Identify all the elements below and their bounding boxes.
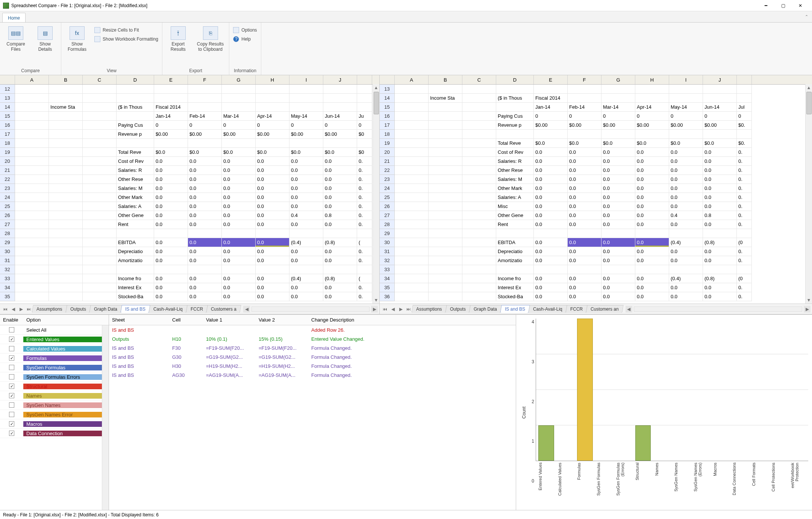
cell-D26[interactable]: Other Gene [117, 211, 154, 220]
cell-D32[interactable] [117, 265, 154, 274]
cell-A13[interactable] [395, 85, 429, 94]
cell-H21[interactable]: 0.0 [256, 166, 289, 175]
cell-C21[interactable] [83, 166, 117, 175]
cell-A24[interactable] [15, 193, 49, 202]
cell-K34[interactable]: (0 [737, 274, 752, 283]
diff-body[interactable]: IS and BS Added Row 26. Outputs H10 10% … [109, 325, 516, 510]
cell-B33[interactable] [49, 274, 83, 283]
cell-B27[interactable] [49, 220, 83, 229]
horizontal-scrollbar[interactable]: ◀▶ [243, 306, 378, 313]
cell-C21[interactable] [462, 157, 496, 166]
cell-A15[interactable] [395, 103, 429, 112]
cell-D19[interactable]: Total Reve [117, 148, 154, 157]
cell-H25[interactable]: 0.0 [635, 193, 669, 202]
cell-K24[interactable]: 0. [357, 193, 372, 202]
cell-A13[interactable] [15, 94, 49, 103]
cell-G27[interactable]: 0.0 [601, 211, 635, 220]
row-header-36[interactable]: 36 [380, 292, 395, 301]
cell-F16[interactable]: 0 [568, 112, 601, 121]
cell-E17[interactable]: $0.00 [534, 121, 568, 130]
cell-K33[interactable]: ( [357, 274, 372, 283]
cell-E19[interactable]: $0.0 [154, 148, 188, 157]
cell-C24[interactable] [462, 184, 496, 193]
cell-I26[interactable]: 0.4 [289, 211, 323, 220]
option-row[interactable]: Calculated Values [0, 344, 109, 354]
cell-I28[interactable]: 0.0 [669, 220, 703, 229]
cell-A35[interactable] [15, 292, 49, 301]
col-header-C[interactable]: C [462, 75, 496, 84]
row-header-15[interactable]: 15 [0, 112, 15, 121]
cell-J20[interactable]: 0.0 [323, 157, 357, 166]
col-header-partial[interactable] [737, 75, 752, 84]
cell-K36[interactable]: 0. [737, 292, 752, 301]
cell-J19[interactable]: $0.0 [323, 148, 357, 157]
col-header-F[interactable]: F [568, 75, 601, 84]
cell-K16[interactable]: 0 [357, 121, 372, 130]
cell-H24[interactable]: 0.0 [256, 193, 289, 202]
cell-D13[interactable] [117, 94, 154, 103]
sheet-tab[interactable]: FCCR [565, 305, 588, 313]
cell-B15[interactable] [429, 103, 462, 112]
row-header-14[interactable]: 14 [0, 103, 15, 112]
diff-row[interactable]: IS and BS F30 =F19-SUM(F20... =F19-SUM(F… [109, 343, 516, 352]
cell-J23[interactable]: 0.0 [703, 175, 737, 184]
cell-H20[interactable]: 0.0 [635, 148, 669, 157]
row-header-13[interactable]: 13 [380, 85, 395, 94]
cell-K28[interactable]: 0. [737, 220, 752, 229]
row-header-15[interactable]: 15 [380, 103, 395, 112]
cell-E21[interactable]: 0.0 [154, 166, 188, 175]
cell-D27[interactable]: Rent [117, 220, 154, 229]
cell-E16[interactable]: 0 [154, 121, 188, 130]
cell-B29[interactable] [429, 229, 462, 238]
cell-K22[interactable]: 0. [737, 166, 752, 175]
cell-C34[interactable] [83, 283, 117, 292]
cell-G33[interactable] [601, 265, 635, 274]
cell-H21[interactable]: 0.0 [635, 157, 669, 166]
cell-J26[interactable]: 0.8 [323, 211, 357, 220]
cell-K20[interactable]: 0. [357, 157, 372, 166]
diff-row[interactable]: IS and BS G30 =G19-SUM(G2... =G19-SUM(G2… [109, 352, 516, 361]
cell-I13[interactable] [289, 94, 323, 103]
cell-I26[interactable]: 0.0 [669, 202, 703, 211]
cell-H23[interactable]: 0.0 [635, 175, 669, 184]
sheet-tab[interactable]: Customers an [586, 305, 623, 313]
cell-I24[interactable]: 0.0 [289, 193, 323, 202]
cell-C30[interactable] [83, 247, 117, 256]
cell-H25[interactable]: 0.0 [256, 202, 289, 211]
col-header-D[interactable]: D [117, 75, 154, 84]
cell-A34[interactable] [395, 274, 429, 283]
cell-K35[interactable]: 0. [357, 292, 372, 301]
cell-J22[interactable]: 0.0 [323, 175, 357, 184]
cell-A29[interactable] [395, 229, 429, 238]
cell-B22[interactable] [49, 175, 83, 184]
cell-D20[interactable]: Cost of Rev [117, 157, 154, 166]
cell-I29[interactable]: (0.4) [289, 238, 323, 247]
cell-D34[interactable]: Income fro [496, 274, 534, 283]
cell-H34[interactable]: 0.0 [635, 274, 669, 283]
cell-I35[interactable]: 0.0 [669, 283, 703, 292]
row-header-18[interactable]: 18 [380, 130, 395, 139]
cell-G16[interactable]: 0 [222, 121, 256, 130]
cell-K19[interactable]: $0 [357, 148, 372, 157]
cell-D23[interactable]: Salaries: M [117, 184, 154, 193]
cell-K18[interactable] [737, 130, 752, 139]
cell-D24[interactable]: Other Mark [117, 193, 154, 202]
cell-F25[interactable]: 0.0 [188, 202, 222, 211]
cell-F23[interactable]: 0.0 [188, 184, 222, 193]
cell-D35[interactable]: Interest Ex [496, 283, 534, 292]
cell-G30[interactable]: 0.0 [601, 238, 635, 247]
cell-D35[interactable]: Stocked-Ba [117, 292, 154, 301]
cell-I27[interactable]: 0.0 [289, 220, 323, 229]
minimize-button[interactable]: ━ [757, 0, 774, 11]
cell-K15[interactable]: Ju [357, 112, 372, 121]
cell-E12[interactable] [154, 85, 188, 94]
cell-J32[interactable]: 0.0 [703, 256, 737, 265]
cell-K23[interactable]: 0. [357, 184, 372, 193]
horizontal-scrollbar[interactable]: ◀▶ [626, 306, 810, 313]
cell-H13[interactable] [635, 85, 669, 94]
cell-A20[interactable] [15, 157, 49, 166]
cell-G32[interactable] [222, 265, 256, 274]
cell-D17[interactable]: Revenue p [496, 121, 534, 130]
cell-B23[interactable] [429, 175, 462, 184]
scroll-down-icon[interactable]: ▼ [806, 297, 812, 304]
